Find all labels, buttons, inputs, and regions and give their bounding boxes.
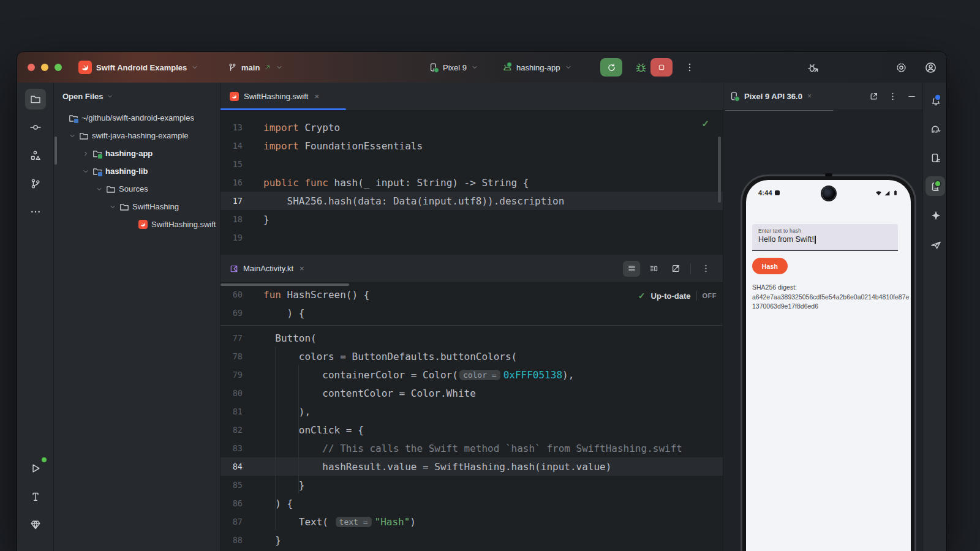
code-line-15[interactable]: 15 xyxy=(221,155,723,173)
tool-device-manager-button[interactable] xyxy=(925,148,945,167)
tree-item[interactable]: Sources xyxy=(54,180,220,198)
line-number[interactable]: 17 xyxy=(221,196,243,206)
swift-editor[interactable]: 13import Crypto14import FoundationEssent… xyxy=(221,111,723,255)
code-view-button[interactable] xyxy=(623,261,640,277)
code-line-13[interactable]: 13import Crypto xyxy=(221,118,723,137)
run-more-button[interactable] xyxy=(679,58,701,77)
code-line-84[interactable]: 84 hashResult.value = SwiftHashing.hash(… xyxy=(221,457,723,476)
code-line-16[interactable]: 16public func hash(_ input: String) -> S… xyxy=(221,173,723,192)
tab-close-icon[interactable]: × xyxy=(300,264,304,273)
settings-icon[interactable] xyxy=(895,62,907,73)
tool-notifications-button[interactable] xyxy=(925,90,945,110)
tool-project-button[interactable] xyxy=(25,89,46,110)
tab-close-icon[interactable]: × xyxy=(314,92,319,101)
line-number[interactable]: 85 xyxy=(221,480,243,490)
account-icon[interactable] xyxy=(925,62,937,73)
tool-structure-button[interactable] xyxy=(25,145,46,166)
editor-more-button[interactable] xyxy=(697,261,714,277)
tree-item[interactable]: SwiftHashing xyxy=(54,198,220,216)
project-widget[interactable]: Swift Android Examples xyxy=(78,52,198,83)
tab-mainactivity[interactable]: MainActivity.kt × xyxy=(221,255,312,282)
line-number[interactable]: 79 xyxy=(221,370,243,380)
hash-input-field[interactable]: Enter text to hash Hello from Swift! xyxy=(752,224,898,251)
code-line-14[interactable]: 14import FoundationEssentials xyxy=(221,137,723,155)
line-number[interactable]: 14 xyxy=(221,141,243,151)
line-number[interactable]: 60 xyxy=(221,290,243,299)
tree-item[interactable]: ~/github/swift-android-examples xyxy=(54,109,220,127)
chevron-down-icon[interactable] xyxy=(96,186,103,193)
chevron-down-icon[interactable] xyxy=(109,203,116,211)
editor2-hscrollbar[interactable] xyxy=(221,283,349,286)
debug-button[interactable] xyxy=(630,58,652,77)
line-number[interactable]: 78 xyxy=(221,351,243,361)
tool-commit-button[interactable] xyxy=(25,117,46,138)
code-line-82[interactable]: 82 onClick = { xyxy=(221,421,723,439)
tool-build-button[interactable] xyxy=(25,486,46,507)
line-number[interactable]: 83 xyxy=(221,443,243,453)
ai-refactor-icon[interactable] xyxy=(748,62,760,73)
line-number[interactable]: 69 xyxy=(221,308,243,318)
device-selector[interactable]: Pixel 9 xyxy=(429,52,478,83)
line-number[interactable]: 80 xyxy=(221,388,243,398)
code-line-81[interactable]: 81 ), xyxy=(221,402,723,421)
code-line-86[interactable]: 86 ) { xyxy=(221,494,723,512)
todo-list-icon[interactable] xyxy=(778,62,790,73)
rerun-button[interactable] xyxy=(600,58,622,77)
split-view-button[interactable] xyxy=(645,261,662,277)
build-run-icon[interactable] xyxy=(719,62,731,73)
tree-item[interactable]: SwiftHashing.swift xyxy=(54,216,220,233)
profiler-icon[interactable] xyxy=(807,62,819,73)
tree-item[interactable]: swift-java-hashing-example xyxy=(54,127,220,144)
ai-assistant-icon[interactable] xyxy=(837,62,848,73)
close-window-button[interactable] xyxy=(28,64,35,71)
line-number[interactable]: 77 xyxy=(221,333,243,343)
code-line-69[interactable]: 69 ) { xyxy=(221,304,723,322)
tool-app-insights-button[interactable] xyxy=(925,234,945,253)
project-panel-header[interactable]: Open Files xyxy=(54,83,220,109)
tool-running-devices-button[interactable] xyxy=(925,176,945,196)
chevron-down-icon[interactable] xyxy=(69,132,76,140)
tool-dependencies-button[interactable] xyxy=(25,514,46,535)
tab-swifthashing[interactable]: SwiftHashing.swift × xyxy=(221,83,326,110)
code-line-88[interactable]: 88 } xyxy=(221,531,723,549)
code-line-77[interactable]: 77 Button( xyxy=(221,329,723,347)
stop-button[interactable] xyxy=(650,58,673,77)
emulator-tab-close-icon[interactable]: × xyxy=(807,92,812,100)
line-number[interactable]: 82 xyxy=(221,425,243,435)
emulator-more-icon[interactable] xyxy=(888,92,897,101)
kotlin-editor[interactable]: 60fun HashScreen() {69 ) {77 Button(78 c… xyxy=(221,283,723,551)
editor1-scrollbar[interactable] xyxy=(718,137,721,203)
search-everywhere-icon[interactable] xyxy=(866,62,878,73)
code-line-79[interactable]: 79 containerColor = Color(color =0xFFF05… xyxy=(221,365,723,384)
line-number[interactable]: 84 xyxy=(221,462,243,471)
code-line-17[interactable]: 17 SHA256.hash(data: Data(input.utf8)).d… xyxy=(221,192,723,210)
tool-run-button[interactable] xyxy=(25,458,46,479)
tree-item[interactable]: hashing-app xyxy=(54,144,220,162)
line-number[interactable]: 18 xyxy=(221,214,243,224)
line-number[interactable]: 15 xyxy=(221,159,243,169)
code-line-78[interactable]: 78 colors = ButtonDefaults.buttonColors( xyxy=(221,347,723,365)
emulator-hscrollbar[interactable] xyxy=(725,110,834,111)
maximize-window-button[interactable] xyxy=(55,64,62,71)
line-number[interactable]: 87 xyxy=(221,517,243,527)
hide-panel-icon[interactable] xyxy=(907,92,916,101)
tool-more-tools-button[interactable] xyxy=(25,201,46,222)
line-number[interactable]: 16 xyxy=(221,178,243,187)
code-line-83[interactable]: 83 // This calls the Swift method `hash`… xyxy=(221,439,723,457)
panel-scrollbar[interactable] xyxy=(55,137,57,165)
hash-button[interactable]: Hash xyxy=(752,258,788,274)
line-number[interactable]: 86 xyxy=(221,498,243,508)
open-in-window-icon[interactable] xyxy=(869,92,878,101)
tool-gradle-button[interactable] xyxy=(925,119,945,138)
inspection-ok-icon[interactable]: ✓ xyxy=(701,118,709,129)
line-number[interactable]: 81 xyxy=(221,407,243,416)
branch-widget[interactable]: main xyxy=(228,52,283,83)
code-line-85[interactable]: 85 } xyxy=(221,476,723,494)
minimize-window-button[interactable] xyxy=(41,64,48,71)
live-edit-off-label[interactable]: OFF xyxy=(703,292,717,299)
tool-pull-requests-button[interactable] xyxy=(25,173,46,194)
tool-gemini-button[interactable] xyxy=(925,205,945,225)
design-view-button[interactable] xyxy=(667,261,684,277)
chevron-down-icon[interactable] xyxy=(82,168,89,175)
line-number[interactable]: 88 xyxy=(221,535,243,545)
